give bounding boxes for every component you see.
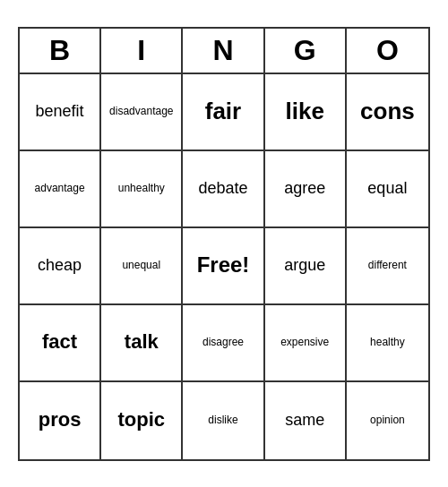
cell-text: disagree [202, 336, 244, 348]
bingo-cell: pros [20, 382, 101, 459]
bingo-cell: agree [265, 151, 347, 228]
header-letter: B [20, 29, 101, 73]
bingo-cell: opinion [347, 382, 428, 459]
bingo-cell: talk [101, 305, 183, 382]
cell-text: agree [284, 179, 325, 199]
cell-text: opinion [370, 414, 405, 426]
bingo-cell: cons [347, 74, 428, 151]
cell-text: pros [39, 408, 82, 431]
bingo-cell: unhealthy [101, 151, 183, 228]
cell-text: benefit [36, 102, 84, 122]
header-letter: I [101, 29, 183, 73]
bingo-cell: healthy [347, 305, 428, 382]
cell-text: advantage [35, 182, 85, 194]
cell-text: different [368, 259, 407, 271]
bingo-cell: unequal [101, 228, 183, 305]
bingo-cell: dislike [183, 382, 264, 459]
bingo-cell: expensive [265, 305, 347, 382]
cell-text: unequal [122, 259, 160, 271]
cell-text: cons [360, 98, 415, 125]
cell-text: equal [367, 179, 407, 199]
bingo-cell: disagree [183, 305, 264, 382]
cell-text: healthy [370, 336, 405, 348]
bingo-cell: like [265, 74, 347, 151]
bingo-header: BINGO [20, 29, 428, 74]
bingo-cell: cheap [20, 228, 101, 305]
bingo-grid: benefitdisadvantagefairlikeconsadvantage… [20, 74, 428, 459]
cell-text: argue [284, 256, 325, 276]
cell-text: fair [205, 98, 241, 125]
header-letter: G [265, 29, 347, 73]
bingo-cell: equal [347, 151, 428, 228]
bingo-cell: disadvantage [101, 74, 183, 151]
bingo-cell: different [347, 228, 428, 305]
cell-text: like [286, 98, 324, 125]
bingo-cell: argue [265, 228, 347, 305]
cell-text: expensive [280, 336, 329, 348]
bingo-cell: advantage [20, 151, 101, 228]
bingo-cell: fair [183, 74, 264, 151]
header-letter: N [183, 29, 264, 73]
cell-text: topic [118, 408, 166, 431]
cell-text: same [285, 411, 324, 431]
header-letter: O [347, 29, 428, 73]
cell-text: unhealthy [118, 182, 165, 194]
cell-text: disadvantage [109, 105, 173, 117]
bingo-cell: topic [101, 382, 183, 459]
bingo-cell: benefit [20, 74, 101, 151]
cell-text: talk [125, 330, 159, 354]
bingo-card: BINGO benefitdisadvantagefairlikeconsadv… [18, 27, 430, 461]
cell-text: dislike [208, 414, 237, 426]
cell-text: debate [198, 179, 247, 199]
bingo-cell: same [265, 382, 347, 459]
bingo-cell: fact [20, 305, 101, 382]
bingo-cell: debate [183, 151, 264, 228]
bingo-cell: Free! [183, 228, 264, 305]
cell-text: cheap [38, 256, 82, 276]
cell-text: Free! [197, 252, 250, 278]
cell-text: fact [42, 330, 77, 354]
